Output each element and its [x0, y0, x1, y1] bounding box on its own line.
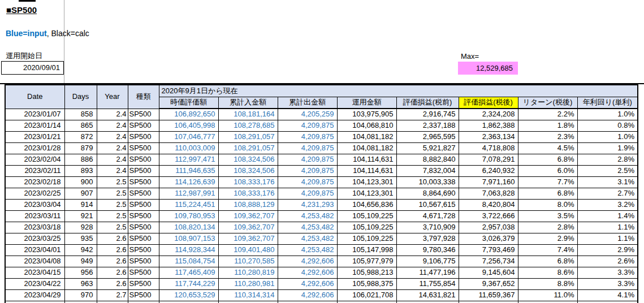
cell-market_value[interactable]: 106,405,998 — [159, 120, 218, 131]
cell-return_posttax[interactable]: 3.5% — [518, 210, 577, 222]
cell-type[interactable]: SP500 — [128, 165, 159, 176]
cell-market_value[interactable]: 115,224,451 — [159, 199, 218, 210]
cell-return_posttax[interactable]: 6.0% — [518, 165, 577, 176]
cell-deposits[interactable]: 109,401,480 — [218, 244, 278, 256]
cell-empty[interactable] — [5, 301, 64, 303]
cell-year[interactable]: 2.4 — [97, 109, 128, 120]
header-deposits[interactable]: 累計入金額 — [218, 97, 278, 109]
cell-deposits[interactable]: 109,362,707 — [218, 222, 278, 233]
cell-date[interactable]: 2023/01/14 — [5, 120, 64, 131]
cell-empty[interactable] — [459, 301, 518, 303]
header-year[interactable]: Year — [97, 85, 128, 109]
cell-withdrawals[interactable]: 4,292,606 — [278, 256, 337, 267]
cell-withdrawals[interactable]: 4,209,875 — [278, 131, 337, 142]
cell-withdrawals[interactable]: 4,209,875 — [278, 188, 337, 199]
cell-year[interactable]: 2.6 — [97, 233, 128, 244]
cell-year[interactable]: 2.4 — [97, 142, 128, 154]
cell-yield_simple[interactable]: 1.1% — [577, 222, 638, 233]
cell-gain_posttax[interactable]: 4,718,808 — [459, 142, 518, 154]
cell-gain_posttax[interactable]: 2,324,208 — [459, 109, 518, 120]
cell-gain_pretax[interactable]: 3,710,909 — [396, 222, 459, 233]
cell-return_posttax[interactable]: 2.8% — [518, 222, 577, 233]
cell-yield_simple[interactable]: 1.0% — [577, 109, 638, 120]
cell-empty[interactable] — [278, 301, 337, 303]
cell-date[interactable]: 2023/03/11 — [5, 210, 64, 222]
cell-market_value[interactable]: 120,653,529 — [159, 289, 218, 301]
cell-amount[interactable]: 105,977,979 — [337, 256, 396, 267]
cell-year[interactable]: 2.6 — [97, 267, 128, 278]
cell-gain_pretax[interactable]: 14,631,821 — [396, 289, 459, 301]
cell-deposits[interactable]: 110,314,314 — [218, 289, 278, 301]
cell-deposits[interactable]: 108,888,129 — [218, 199, 278, 210]
cell-empty[interactable] — [218, 301, 278, 303]
cell-gain_posttax[interactable]: 11,659,367 — [459, 289, 518, 301]
cell-year[interactable]: 2.5 — [97, 222, 128, 233]
cell-empty[interactable] — [159, 301, 218, 303]
cell-amount[interactable]: 105,109,225 — [337, 233, 396, 244]
cell-days[interactable]: 928 — [64, 222, 97, 233]
cell-days[interactable]: 858 — [64, 109, 97, 120]
cell-gain_pretax[interactable]: 2,965,595 — [396, 131, 459, 142]
cell-withdrawals[interactable]: 4,205,259 — [278, 109, 337, 120]
cell-yield_simple[interactable]: 1.9% — [577, 142, 638, 154]
start-date-cell[interactable]: 2020/09/01 — [1, 62, 64, 75]
header-market-value[interactable]: 時価評価額 — [159, 97, 218, 109]
header-return-posttax[interactable]: リターン(税後) — [518, 97, 577, 109]
cell-days[interactable]: 893 — [64, 165, 97, 176]
cell-amount[interactable]: 104,123,301 — [337, 176, 396, 188]
cell-days[interactable]: 970 — [64, 289, 97, 301]
cell-empty[interactable] — [396, 301, 459, 303]
cell-days[interactable]: 963 — [64, 278, 97, 289]
cell-year[interactable]: 2.6 — [97, 244, 128, 256]
cell-days[interactable]: 935 — [64, 233, 97, 244]
cell-year[interactable]: 2.5 — [97, 210, 128, 222]
cell-type[interactable]: SP500 — [128, 256, 159, 267]
header-yield-simple[interactable]: 年利回り(単利) — [577, 97, 638, 109]
cell-market_value[interactable]: 108,907,153 — [159, 233, 218, 244]
cell-withdrawals[interactable]: 4,209,875 — [278, 120, 337, 131]
cell-market_value[interactable]: 109,780,953 — [159, 210, 218, 222]
cell-withdrawals[interactable]: 4,292,606 — [278, 289, 337, 301]
cell-date[interactable]: 2023/02/11 — [5, 165, 64, 176]
cell-return_posttax[interactable]: 1.8% — [518, 120, 577, 131]
cell-empty[interactable] — [64, 301, 97, 303]
cell-days[interactable]: 879 — [64, 142, 97, 154]
header-gain-posttax[interactable]: 評価損益(税後) — [459, 97, 518, 109]
cell-type[interactable]: SP500 — [128, 120, 159, 131]
cell-date[interactable]: 2023/03/25 — [5, 233, 64, 244]
cell-year[interactable]: 2.5 — [97, 199, 128, 210]
cell-gain_posttax[interactable]: 7,971,160 — [459, 176, 518, 188]
cell-deposits[interactable]: 108,324,506 — [218, 154, 278, 165]
cell-deposits[interactable]: 110,280,981 — [218, 278, 278, 289]
cell-type[interactable]: SP500 — [128, 267, 159, 278]
cell-date[interactable]: 2023/01/21 — [5, 131, 64, 142]
cell-days[interactable]: 907 — [64, 188, 97, 199]
cell-deposits[interactable]: 108,291,057 — [218, 142, 278, 154]
cell-return_posttax[interactable]: 11.0% — [518, 289, 577, 301]
cell-gain_pretax[interactable]: 4,671,728 — [396, 210, 459, 222]
cell-empty[interactable] — [577, 301, 638, 303]
cell-withdrawals[interactable]: 4,292,606 — [278, 267, 337, 278]
cell-amount[interactable]: 103,975,905 — [337, 109, 396, 120]
cell-gain_pretax[interactable]: 7,832,004 — [396, 165, 459, 176]
cell-market_value[interactable]: 112,987,991 — [159, 188, 218, 199]
cell-gain_pretax[interactable]: 8,882,840 — [396, 154, 459, 165]
cell-yield_simple[interactable]: 3.2% — [577, 199, 638, 210]
header-withdrawals[interactable]: 累計出金額 — [278, 97, 337, 109]
cell-days[interactable]: 949 — [64, 256, 97, 267]
cell-return_posttax[interactable]: 8.8% — [518, 278, 577, 289]
cell-amount[interactable]: 104,123,301 — [337, 188, 396, 199]
cell-type[interactable]: SP500 — [128, 199, 159, 210]
cell-return_posttax[interactable]: 4.5% — [518, 142, 577, 154]
cell-amount[interactable]: 105,988,375 — [337, 278, 396, 289]
cell-type[interactable]: SP500 — [128, 233, 159, 244]
header-gain-pretax[interactable]: 評価損益(税前) — [396, 97, 459, 109]
cell-days[interactable]: 865 — [64, 120, 97, 131]
cell-return_posttax[interactable]: 7.4% — [518, 244, 577, 256]
cell-market_value[interactable]: 110,003,009 — [159, 142, 218, 154]
header-type[interactable]: 種類 — [128, 85, 159, 109]
cell-gain_pretax[interactable]: 2,916,745 — [396, 109, 459, 120]
cell-yield_simple[interactable]: 2.5% — [577, 165, 638, 176]
cell-empty[interactable] — [128, 301, 159, 303]
max-value-cell[interactable]: 12,529,685 — [458, 62, 518, 75]
